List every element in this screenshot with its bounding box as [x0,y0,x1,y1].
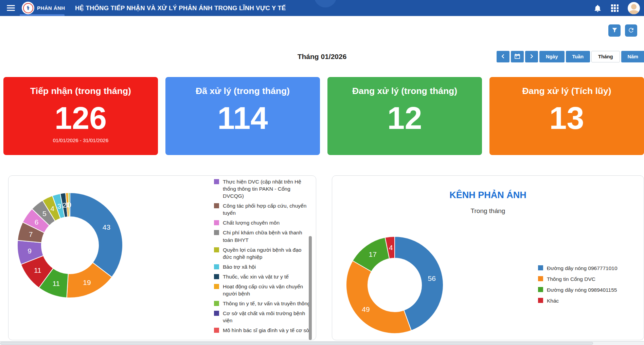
legend-swatch-icon [538,287,543,292]
legend-item[interactable]: Thông tin Cổng DVC [538,275,618,283]
legend-item[interactable]: Đường dây nóng 0967771010 [538,265,618,272]
pie-slice-label: 3 [57,202,61,210]
legend-label: Bảo trợ xã hội [223,263,256,270]
legend-swatch-icon [214,264,219,269]
legend-label: Quyền lợi của người bệnh và đạo đức nghề… [223,246,312,261]
legend-scrollbar[interactable] [309,236,312,340]
avatar-head [631,4,637,9]
legend-label: Thông tin y tế, tư vấn và truyền thông [223,300,310,307]
legend-label: Khác [547,297,559,304]
legend-item[interactable]: Chi phí khám chữa bệnh và thanh toán BHY… [214,229,312,243]
stat-card-value: 12 [327,102,482,134]
legend-swatch-icon [214,311,219,316]
pie-slice-label: 9 [28,247,32,255]
avatar-shoulders [628,10,639,14]
period-mode-button[interactable]: Ngày [539,51,564,62]
legend-swatch-icon [214,301,219,306]
legend-label: Thuốc, vắc xin và vật tư y tế [223,273,289,280]
stat-card: Tiếp nhận (trong tháng)12601/01/2026 - 3… [3,77,158,155]
legend-swatch-icon [214,274,219,279]
stat-card-title: Đã xử lý (trong tháng) [165,86,320,96]
stat-card: Đang xử lý (trong tháng)12 [327,77,482,155]
legend-label: Chi phí khám chữa bệnh và thanh toán BHY… [223,229,312,243]
legend-item[interactable]: Thông tin y tế, tư vấn và truyền thông [214,300,312,307]
legend-label: Chất lượng chuyên môn [223,219,280,226]
bell-icon[interactable] [593,4,602,13]
ministry-health-logo-icon: ⚕ [22,2,34,14]
pie-slice[interactable] [70,193,123,277]
legend-item[interactable]: Thực hiện DVC (cập nhật trên Hệ thống th… [214,178,312,199]
stat-card-subtitle [327,137,482,143]
legend-swatch-icon [214,328,219,333]
menu-icon[interactable] [7,5,15,13]
period-mode-button[interactable]: Tháng [591,51,620,62]
legend-item[interactable]: Chất lượng chuyên môn [214,219,312,226]
stat-card-subtitle [489,137,644,143]
stat-card-title: Tiếp nhận (trong tháng) [3,86,158,96]
avatar[interactable] [628,2,640,14]
pie-slice-label: 49 [362,305,370,313]
refresh-icon [628,27,634,35]
legend-item[interactable]: Thuốc, vắc xin và vật tư y tế [214,273,312,280]
filter-button[interactable] [608,24,621,37]
refresh-button[interactable] [625,24,637,37]
legend-swatch-icon [214,247,219,252]
legend-label: Thông tin Cổng DVC [547,275,595,283]
period-prev-button[interactable] [497,51,509,62]
pie-slice-label: 19 [83,279,91,286]
channel-chart-legend: Đường dây nóng 0967771010Thông tin Cổng … [538,265,618,308]
pie-slice-label: 17 [369,250,377,258]
pie-slice[interactable] [346,261,411,334]
legend-swatch-icon [214,203,219,208]
legend-label: Đường dây nóng 0967771010 [547,265,618,272]
legend-label: Công tác phối hợp cấp cứu, chuyển tuyến [223,202,312,216]
stat-card: Đã xử lý (trong tháng)114 [165,77,320,155]
legend-swatch-icon [214,220,219,225]
legend-item[interactable]: Khác [538,297,618,304]
channel-donut-chart[interactable]: 5649174 [344,234,446,336]
horizontal-scrollbar[interactable] [0,341,644,345]
pie-slice-label: 4 [51,205,55,212]
pie-slice-label: 43 [103,223,110,231]
period-mode-button[interactable]: Năm [621,51,644,62]
legend-item[interactable]: Hoạt động cấp cứu và vận chuyển người bệ… [214,283,312,297]
stat-card-title: Đang xử lý (trong tháng) [327,86,482,96]
legend-item[interactable]: Đường dây nóng 0989401155 [538,286,618,293]
calendar-icon [514,53,520,60]
brand-active-underline [20,14,65,16]
stat-card-title: Đang xử lý (Tích lũy) [489,86,644,96]
category-donut-chart[interactable]: 43191111976543210 [8,179,138,308]
legend-label: Mô hình bác sĩ gia đình và y tế cơ sở [223,327,310,334]
legend-label: Cơ sở vật chất và môi trường bệnh viện [223,310,312,324]
legend-swatch-icon [538,298,543,303]
chart-title: KÊNH PHẢN ÁNH [332,190,644,200]
stat-card-value: 13 [489,102,644,134]
toolbar [608,24,637,37]
period-next-button[interactable] [525,51,538,62]
category-chart-legend: Thực hiện DVC (cập nhật trên Hệ thống th… [214,178,312,337]
apps-grid-icon[interactable] [611,4,619,12]
legend-swatch-icon [538,265,543,270]
stat-card-subtitle: 01/01/2026 - 31/01/2026 [3,137,158,143]
stat-card-subtitle [165,137,320,143]
legend-item[interactable]: Cơ sở vật chất và môi trường bệnh viện [214,310,312,324]
legend-swatch-icon [214,230,219,235]
legend-item[interactable]: Mô hình bác sĩ gia đình và y tế cơ sở [214,327,312,334]
pie-slice-label: 0 [67,201,71,209]
legend-label: Hoạt động cấp cứu và vận chuyển người bệ… [223,283,312,297]
channel-chart-card: KÊNH PHẢN ÁNH Trong tháng 5649174 Đường … [332,175,644,340]
legend-item[interactable]: Công tác phối hợp cấp cứu, chuyển tuyến [214,202,312,216]
pie-slice-label: 11 [52,280,60,287]
top-navbar: ⚕ PHẢN ÁNH HỆ THỐNG TIẾP NHẬN VÀ XỬ LÝ P… [0,0,644,16]
horizontal-scrollbar-thumb[interactable] [0,342,593,345]
brand-name: PHẢN ÁNH [37,5,65,11]
period-mode-button[interactable]: Tuần [566,51,590,62]
chart-subtitle: Trong tháng [332,207,644,215]
legend-item[interactable]: Quyền lợi của người bệnh và đạo đức nghề… [214,246,312,261]
brand[interactable]: ⚕ PHẢN ÁNH [22,2,65,14]
stat-card-value: 126 [3,102,158,134]
legend-item[interactable]: Bảo trợ xã hội [214,263,312,270]
category-chart-card: 43191111976543210 Thực hiện DVC (cập nhậ… [8,175,316,340]
legend-label: Thực hiện DVC (cập nhật trên Hệ thống th… [223,178,312,199]
period-calendar-button[interactable] [511,51,524,62]
